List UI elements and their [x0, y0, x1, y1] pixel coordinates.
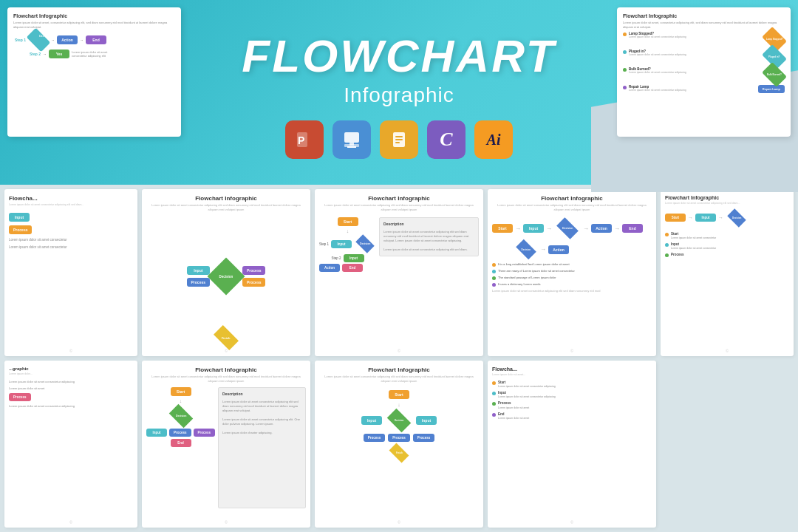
slide-partial-title: Flowcha...: [9, 195, 133, 202]
hero-right-title: Flowchart Infographic: [623, 13, 785, 18]
slide2-title: Flowchart Infographic: [319, 195, 479, 202]
qa-bullet-3: [623, 68, 627, 72]
powerpoint-icon[interactable]: P: [285, 120, 324, 159]
slide-horizontal: Flowchart Infographic Lorem ipsum dolor …: [488, 189, 656, 356]
slide2-desc: Lorem ipsum dolor sit amet consectetur a…: [319, 203, 479, 211]
qa-item-3: Bulb Burned? Lorem ipsum dolor sit amet …: [623, 67, 785, 82]
slide5-title: Flowchart Infographic: [319, 366, 479, 373]
desc-box-2: Description Lorem ipsum dolor sit amet c…: [218, 387, 306, 508]
hero-section: Flowchart Infographic Lorem ipsum dolor …: [0, 0, 798, 192]
qa-item-2: Pluged in? Lorem ipsum dolor sit amet co…: [623, 50, 785, 64]
center-diamond: Decision: [208, 258, 245, 296]
description-box: Description Lorem ipsum dolor sit amet c…: [379, 217, 479, 256]
illustrator-icon[interactable]: Ai: [474, 120, 513, 159]
slide-diamond-center: Flowchart Infographic Lorem ipsum dolor …: [315, 361, 483, 528]
svg-rect-2: [344, 132, 359, 143]
hero-left-title: Flowchart Infographic: [13, 13, 175, 18]
svg-rect-9: [395, 142, 400, 143]
slide4-desc: Lorem ipsum dolor sit amet consectetur a…: [146, 375, 306, 383]
svg-rect-4: [349, 143, 354, 146]
slide-tree-desc: Flowchart Infographic Lorem ipsum dolor …: [142, 361, 310, 528]
canva-icon[interactable]: C: [427, 120, 466, 159]
step1-label: Step 1: [15, 38, 26, 42]
decision-diamond: Dec.: [27, 28, 51, 52]
hero-left-desc: Lorem ipsum dolor sit amet, consectetur …: [13, 21, 175, 29]
slide-partial-right-bottom: Flowcha... Lorem ipsum dolor sit amet...…: [488, 361, 656, 528]
slides-grid: Flowcha... Lorem ipsum dolor sit amet co…: [0, 185, 798, 532]
slide5-desc: Lorem ipsum dolor sit amet consectetur a…: [319, 375, 479, 383]
keynote-icon[interactable]: [332, 120, 371, 159]
yes-box: Yes: [49, 50, 69, 58]
slide-partial-left-top: Flowcha... Lorem ipsum dolor sit amet co…: [4, 189, 137, 356]
bullet-item-2: There are many of Lorem ipsum dolor sit …: [492, 269, 652, 273]
hero-subtitle: Infographic: [242, 83, 556, 107]
bullet-item-4: It uses a dictionary Lorem words: [492, 282, 652, 287]
hero-right-desc: Lorem ipsum dolor sit amet, consectetur …: [623, 21, 785, 29]
bullet-item-3: The standard passage of Lorem ipsum dolo…: [492, 276, 652, 280]
qa-box-4: Repair Lamp: [758, 85, 785, 93]
hero-icons-row: P: [242, 120, 556, 159]
hero-slide-right: Flowchart Infographic Lorem ipsum dolor …: [617, 7, 791, 137]
slide1-desc: Lorem ipsum dolor sit amet consectetur a…: [146, 203, 306, 211]
qa-bullet-2: [623, 50, 627, 54]
svg-rect-7: [395, 136, 403, 137]
qa-bullet-1: [623, 33, 627, 36]
slide-partial-left-bottom: ...graphic Lorem ipsum dolor... Lorem ip…: [4, 361, 137, 528]
slide4-title: Flowchart Infographic: [146, 366, 306, 373]
slide3-desc: Lorem ipsum dolor sit amet consectetur a…: [492, 203, 652, 211]
hero-right-qa-list: Lamp Stopped? Lorem ipsum dolor sit amet…: [623, 32, 785, 93]
qa-item-1: Lamp Stopped? Lorem ipsum dolor sit amet…: [623, 32, 785, 47]
slide-partial-right-title: Flowchart Infographic: [665, 195, 789, 200]
qa-bullet-4: [623, 86, 627, 89]
slide-linear-desc: Flowchart Infographic Lorem ipsum dolor …: [315, 189, 483, 356]
hero-slide-left: Flowchart Infographic Lorem ipsum dolor …: [7, 7, 181, 137]
slide1-title: Flowchart Infographic: [146, 195, 306, 202]
slide-partial-right-top: Flowchart Infographic Lorem ipsum dolor …: [661, 189, 794, 356]
qa-diamond-3: Bulb Burned?: [762, 62, 787, 87]
step2-label: Step 2: [30, 52, 41, 56]
slide3-title: Flowchart Infographic: [492, 195, 652, 202]
hero-center: FLOWCHART Infographic P: [242, 33, 556, 159]
svg-rect-8: [395, 139, 403, 140]
hero-title: FLOWCHART: [242, 33, 556, 79]
svg-text:P: P: [298, 134, 304, 146]
gslides-icon[interactable]: [380, 120, 418, 159]
end-box: End: [86, 35, 106, 44]
slide-hub: Flowchart Infographic Lorem ipsum dolor …: [142, 189, 310, 356]
action-box: Action: [57, 35, 78, 44]
qa-item-4: Repair Lamp Lorem ipsum dolor sit amet c…: [623, 85, 785, 93]
bullet-item-1: It is a long established fact Lorem ipsu…: [492, 262, 652, 267]
